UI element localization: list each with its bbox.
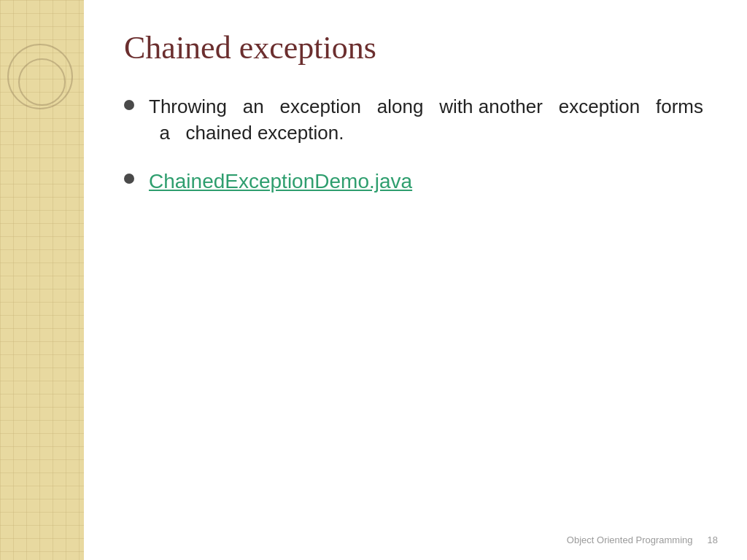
circle-inner	[18, 58, 66, 106]
slide-title: Chained exceptions	[124, 29, 703, 68]
slide-footer: Object Oriented Programming 18	[567, 534, 718, 545]
bullet-text-1: Throwing an exception along with another…	[149, 93, 703, 147]
list-item: ChainedExceptionDemo.java	[124, 167, 703, 195]
list-item: Throwing an exception along with another…	[124, 93, 703, 147]
chained-exception-demo-link[interactable]: ChainedExceptionDemo.java	[149, 167, 412, 195]
footer-course: Object Oriented Programming	[567, 534, 693, 545]
sidebar	[0, 0, 84, 560]
decorative-circles	[7, 44, 80, 117]
bullet-dot-1	[124, 100, 134, 110]
main-content: Chained exceptions Throwing an exception…	[84, 0, 747, 560]
footer-page: 18	[708, 534, 718, 545]
bullet-dot-2	[124, 174, 134, 184]
bullet-list: Throwing an exception along with another…	[124, 93, 703, 531]
